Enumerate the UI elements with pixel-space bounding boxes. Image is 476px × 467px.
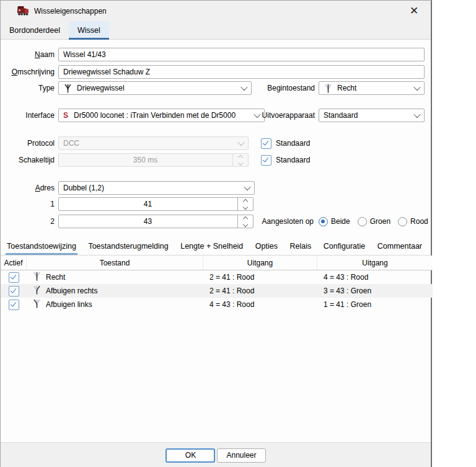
screen: Wisseleigenschappen ✕ Bordonderdeel Wiss… (0, 0, 476, 467)
naam-label: Naam (1, 48, 55, 61)
uitgang1-cell: 2 = 41 : Rood (203, 273, 317, 282)
schakeltijd-spinner: 350 ms (58, 153, 249, 167)
adres1-label: 1 (1, 197, 55, 211)
adres2-value: 43 (144, 217, 157, 226)
table-row[interactable]: Afbuigen rechts 2 = 41 : Rood 3 = 43 : G… (1, 284, 433, 298)
cancel-button[interactable]: Annuleer (217, 448, 265, 463)
protocol-standaard-checkbox[interactable] (261, 138, 271, 149)
begintoestand-dropdown[interactable]: Recht (319, 81, 425, 95)
omschrijving-value: Driewegwissel Schaduw Z (63, 68, 150, 76)
chevron-down-icon (413, 84, 420, 91)
radio-beide-label: Beide (331, 217, 350, 226)
state-table-header: Actief Toestand Uitgang Uitgang (1, 256, 433, 270)
adres-value: Dubbel (1,2) (63, 184, 104, 192)
tab-relais[interactable]: Relais (290, 237, 312, 255)
protocol-dropdown: DCC (58, 136, 249, 150)
uitgang2-cell: 3 = 43 : Groen (317, 287, 433, 295)
uitvoerapparaat-label: Uitvoerapparaat (205, 109, 315, 122)
row-actief-checkbox[interactable] (9, 300, 19, 310)
uitgang1-cell: 4 = 43 : Rood (203, 300, 317, 309)
omschrijving-label: Omschrijving (1, 65, 55, 79)
omschrijving-input[interactable]: Driewegwissel Schaduw Z (58, 65, 425, 79)
adres-label: Adres (1, 181, 55, 195)
adres-dropdown[interactable]: Dubbel (1,2) (58, 181, 255, 195)
radio-rood[interactable]: Rood (398, 217, 428, 226)
col-header-toestand: Toestand (27, 256, 203, 270)
tab-opties[interactable]: Opties (255, 237, 278, 255)
toestand-cell: Recht (46, 273, 65, 282)
chevron-down-icon (237, 139, 244, 146)
tab-commentaar[interactable]: Commentaar (377, 237, 422, 255)
radio-selected-icon[interactable] (319, 217, 328, 226)
toestand-cell: Afbuigen links (46, 300, 92, 309)
switch-straight-icon (32, 272, 42, 283)
three-way-switch-icon (63, 84, 73, 93)
col-header-actief: Actief (1, 256, 27, 270)
row-actief-checkbox[interactable] (9, 272, 19, 283)
radio-groen-label: Groen (370, 217, 390, 226)
close-icon[interactable]: ✕ (406, 3, 422, 19)
tab-configuratie[interactable]: Configuratie (324, 237, 365, 255)
radio-unselected-icon[interactable] (398, 217, 407, 226)
uitvoerapparaat-value: Standaard (324, 111, 358, 120)
chevron-down-icon (244, 184, 250, 190)
schakeltijd-value: 350 ms (133, 156, 162, 164)
protocol-standaard-label: Standaard (276, 139, 310, 148)
radio-unselected-icon[interactable] (358, 217, 367, 226)
adres1-value: 41 (144, 200, 157, 208)
spinner-arrows-icon[interactable] (237, 198, 253, 210)
tab-bordonderdeel[interactable]: Bordonderdeel (1, 21, 69, 39)
radio-groen[interactable]: Groen (358, 217, 390, 226)
main-tab-bar: Bordonderdeel Wissel (1, 21, 431, 40)
switch-curve-left-icon (32, 299, 42, 310)
radio-beide[interactable]: Beide (319, 217, 350, 226)
wissel-properties-dialog: Wisseleigenschappen ✕ Bordonderdeel Wiss… (0, 0, 432, 467)
protocol-value: DCC (63, 139, 79, 148)
table-row[interactable]: Recht 2 = 41 : Rood 4 = 43 : Rood (1, 270, 433, 284)
type-label: Type (1, 81, 55, 95)
naam-value: Wissel 41/43 (63, 50, 106, 59)
switch-straight-icon (324, 84, 333, 93)
table-row[interactable]: Afbuigen links 4 = 43 : Rood 1 = 41 : Gr… (1, 298, 433, 311)
uitgang2-cell: 1 = 41 : Groen (317, 300, 433, 309)
interface-status-icon: S (63, 111, 68, 120)
adres1-spinner[interactable]: 41 (58, 197, 253, 211)
uitgang2-cell: 4 = 43 : Rood (317, 273, 433, 282)
radio-rood-label: Rood (410, 217, 428, 226)
tab-wissel[interactable]: Wissel (69, 21, 109, 39)
protocol-label: Protocol (1, 136, 55, 150)
schakeltijd-standaard-label: Standaard (276, 156, 310, 164)
uitvoerapparaat-dropdown[interactable]: Standaard (319, 109, 425, 122)
dialog-footer: OK Annuleer (1, 442, 431, 467)
aangesloten-op-radiogroup: Beide Groen Rood (319, 215, 428, 228)
protocol-standaard-option: Standaard (261, 136, 310, 150)
chevron-down-icon (413, 111, 420, 118)
col-header-uitgang-1: Uitgang (203, 256, 317, 270)
type-value: Driewegwissel (77, 84, 125, 92)
schakeltijd-standaard-checkbox[interactable] (261, 155, 271, 166)
tab-toestandsterugmelding[interactable]: Toestandsterugmelding (88, 237, 168, 255)
schakeltijd-standaard-option: Standaard (261, 153, 310, 167)
aangesloten-op-label: Aangesloten op (205, 215, 314, 228)
tab-lengte-snelheid[interactable]: Lengte + Snelheid (180, 237, 243, 255)
adres2-label: 2 (1, 215, 55, 228)
schakeltijd-label: Schakeltijd (1, 153, 55, 167)
ok-button[interactable]: OK (165, 448, 215, 463)
begintoestand-label: Begintoestand (205, 81, 315, 95)
begintoestand-value: Recht (337, 84, 356, 92)
tab-toestandstoewijzing[interactable]: Toestandstoewijzing (7, 237, 76, 255)
naam-input[interactable]: Wissel 41/43 (58, 48, 425, 61)
switch-curve-right-icon (32, 285, 42, 296)
section-tab-bar: Toestandstoewijzing Toestandsterugmeldin… (1, 237, 431, 256)
window-title: Wisseleigenschappen (34, 7, 107, 16)
interface-label: Interface (1, 109, 55, 122)
col-header-uitgang-2: Uitgang (317, 256, 433, 270)
title-bar: Wisseleigenschappen ✕ (1, 1, 431, 21)
uitgang1-cell: 2 = 41 : Rood (203, 287, 317, 295)
spinner-arrows-icon (232, 154, 248, 166)
toestand-cell: Afbuigen rechts (46, 287, 97, 295)
train-app-icon (17, 6, 29, 16)
row-actief-checkbox[interactable] (9, 286, 19, 296)
